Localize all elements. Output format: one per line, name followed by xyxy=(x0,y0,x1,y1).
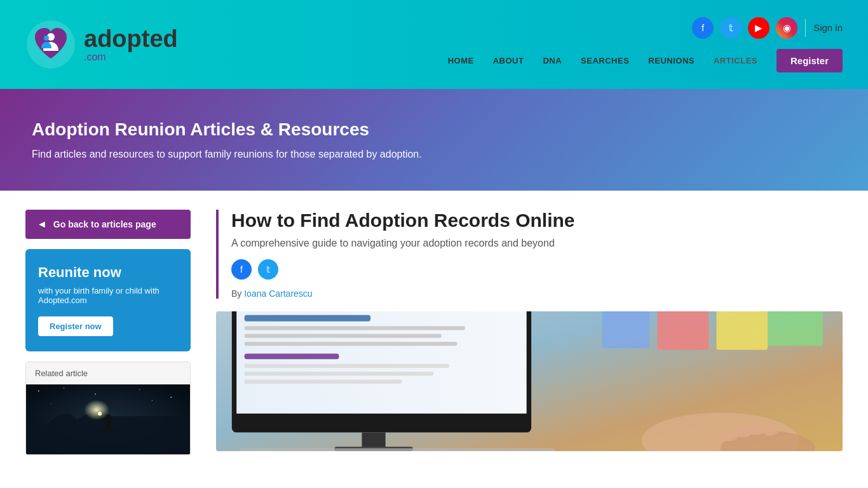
share-facebook-icon[interactable]: f xyxy=(231,259,252,280)
nav-articles[interactable]: ARTICLES xyxy=(714,56,757,65)
header-divider xyxy=(805,19,806,37)
header-right: f 𝕥 ▶ ◉ Sign in HOME ABOUT DNA SEARCHES … xyxy=(448,17,843,72)
article-image xyxy=(216,311,843,451)
related-article-label: Related article xyxy=(26,362,190,384)
top-right-area: f 𝕥 ▶ ◉ Sign in xyxy=(692,17,843,39)
instagram-social-icon[interactable]: ◉ xyxy=(776,17,797,39)
twitter-social-icon[interactable]: 𝕥 xyxy=(720,17,742,39)
svg-point-6 xyxy=(95,393,96,395)
svg-rect-28 xyxy=(245,380,402,384)
nav-dna[interactable]: DNA xyxy=(543,56,562,65)
facebook-social-icon[interactable]: f xyxy=(692,17,714,39)
reunite-description: with your birth family or child with Ado… xyxy=(38,286,178,305)
article: How to Find Adoption Records Online A co… xyxy=(210,210,843,455)
reunite-title: Reunite now xyxy=(38,264,178,281)
main-content: ◄ Go back to articles page Reunite now w… xyxy=(0,191,868,474)
svg-rect-24 xyxy=(245,342,458,346)
related-article-svg xyxy=(26,384,190,454)
svg-rect-23 xyxy=(245,334,442,338)
author-link[interactable]: Ioana Cartarescu xyxy=(244,288,312,299)
nav-searches[interactable]: SEARCHES xyxy=(581,56,629,65)
svg-point-10 xyxy=(152,400,153,401)
back-arrow-icon: ◄ xyxy=(37,219,47,230)
main-nav: HOME ABOUT DNA SEARCHES REUNIONS ARTICLE… xyxy=(448,49,843,72)
logo-text: adopted .com xyxy=(84,27,178,62)
back-to-articles-button[interactable]: ◄ Go back to articles page xyxy=(25,210,191,239)
register-now-button[interactable]: Register now xyxy=(38,316,113,336)
svg-rect-27 xyxy=(245,372,434,376)
register-button[interactable]: Register xyxy=(776,49,843,72)
article-author: By Ioana Cartarescu xyxy=(231,288,843,299)
svg-point-4 xyxy=(38,390,39,391)
logo[interactable]: adopted .com xyxy=(25,19,178,70)
svg-point-9 xyxy=(51,403,51,404)
svg-rect-22 xyxy=(245,326,465,330)
related-article-image[interactable] xyxy=(26,384,190,454)
svg-rect-34 xyxy=(768,311,823,346)
logo-brand: adopted xyxy=(84,27,178,51)
svg-point-8 xyxy=(170,396,172,398)
svg-rect-26 xyxy=(245,364,449,368)
nav-reunions[interactable]: REUNIONS xyxy=(648,56,695,65)
svg-rect-25 xyxy=(245,354,339,360)
svg-point-16 xyxy=(84,400,109,420)
svg-point-17 xyxy=(98,412,102,416)
article-header: How to Find Adoption Records Online A co… xyxy=(216,210,843,299)
related-article-box: Related article xyxy=(25,362,191,455)
logo-icon xyxy=(25,19,76,70)
hero-banner: Adoption Reunion Articles & Resources Fi… xyxy=(0,89,868,191)
sidebar: ◄ Go back to articles page Reunite now w… xyxy=(25,210,191,455)
reunite-box: Reunite now with your birth family or ch… xyxy=(25,249,191,351)
share-twitter-icon[interactable]: 𝕥 xyxy=(258,259,278,280)
social-icons: f 𝕥 ▶ ◉ xyxy=(692,17,797,39)
article-title: How to Find Adoption Records Online xyxy=(231,210,843,231)
youtube-social-icon[interactable]: ▶ xyxy=(748,17,770,39)
related-article-img-inner xyxy=(26,384,190,454)
article-subtitle: A comprehensive guide to navigating your… xyxy=(231,238,843,249)
svg-rect-33 xyxy=(602,311,649,348)
svg-rect-32 xyxy=(717,311,768,349)
share-icons: f 𝕥 xyxy=(231,259,843,280)
svg-point-5 xyxy=(64,388,65,389)
svg-rect-21 xyxy=(245,315,370,322)
svg-rect-31 xyxy=(658,311,709,349)
svg-rect-35 xyxy=(240,448,555,451)
nav-home[interactable]: HOME xyxy=(448,56,474,65)
svg-point-41 xyxy=(762,426,778,436)
signin-link[interactable]: Sign in xyxy=(813,22,843,33)
hero-title: Adoption Reunion Articles & Resources xyxy=(32,119,836,140)
hero-subtitle: Find articles and resources to support f… xyxy=(32,149,836,160)
svg-point-7 xyxy=(139,390,140,391)
nav-about[interactable]: ABOUT xyxy=(493,56,524,65)
site-header: adopted .com f 𝕥 ▶ ◉ Sign in HOME ABOUT … xyxy=(0,0,868,89)
back-button-label: Go back to articles page xyxy=(53,219,156,229)
svg-rect-29 xyxy=(362,433,385,449)
logo-tld: .com xyxy=(84,52,178,62)
article-img-svg xyxy=(216,311,843,451)
svg-point-2 xyxy=(44,36,49,41)
